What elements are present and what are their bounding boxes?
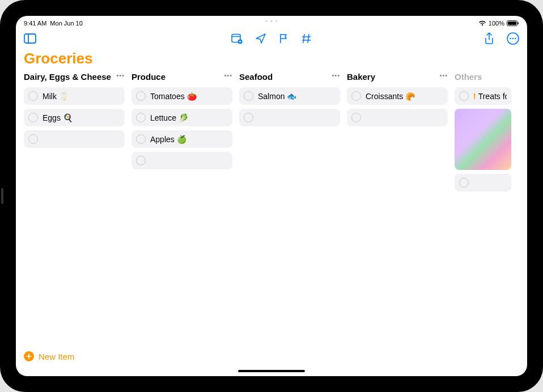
column-title[interactable]: Seafood — [239, 72, 273, 82]
sidebar-toggle-icon[interactable] — [24, 33, 36, 44]
reminder-item-empty[interactable] — [131, 152, 232, 169]
svg-point-10 — [512, 38, 514, 40]
column-title[interactable]: Others — [455, 72, 482, 82]
status-bar: 9:41 AM Mon Jun 10 100% — [16, 16, 527, 28]
radio-icon[interactable] — [351, 113, 361, 122]
radio-icon[interactable] — [136, 91, 146, 101]
reminder-label: Croissants 🥐 — [366, 92, 415, 101]
reminder-item[interactable]: Apples 🍏 — [131, 130, 232, 148]
reminder-label: Lettuce 🥬 — [150, 113, 188, 122]
plus-circle-icon — [24, 351, 34, 361]
reminder-item-empty[interactable] — [24, 130, 125, 148]
battery-icon — [507, 20, 519, 26]
list-title: Groceries — [16, 49, 527, 72]
column-more-icon[interactable]: ••• — [224, 72, 232, 79]
flag-icon[interactable] — [279, 33, 289, 44]
reminder-label: Tomatoes 🍅 — [150, 92, 197, 101]
status-date: Mon Jun 10 — [50, 20, 82, 27]
radio-icon[interactable] — [28, 91, 38, 101]
column-title[interactable]: Dairy, Eggs & Cheese — [24, 72, 111, 82]
reminder-item-empty[interactable] — [347, 109, 448, 126]
svg-point-11 — [515, 38, 516, 40]
column-more-icon[interactable]: ••• — [332, 72, 340, 79]
new-item-label: New Item — [39, 352, 74, 361]
column-title[interactable]: Produce — [131, 72, 166, 82]
reminder-label: Apples 🍏 — [150, 135, 186, 144]
new-item-button[interactable]: New Item — [24, 351, 74, 361]
reminder-item[interactable]: ! Treats for t — [455, 87, 511, 105]
reminder-item[interactable]: Tomatoes 🍅 — [131, 87, 232, 105]
radio-icon[interactable] — [459, 178, 469, 188]
svg-rect-1 — [508, 22, 516, 25]
column-bakery: Bakery ••• Croissants 🥐 — [347, 72, 448, 376]
reminder-item-empty[interactable] — [455, 174, 511, 191]
reminder-image-attachment[interactable] — [455, 109, 511, 170]
radio-icon[interactable] — [244, 113, 253, 122]
radio-icon[interactable] — [28, 134, 38, 144]
radio-icon[interactable] — [136, 113, 146, 122]
location-icon[interactable] — [255, 33, 266, 44]
reminder-item[interactable]: Eggs 🍳 — [24, 109, 125, 126]
image-placeholder — [455, 109, 511, 170]
column-others: Others ••• ! Treats for t — [455, 72, 511, 376]
radio-icon[interactable] — [28, 113, 38, 122]
radio-icon[interactable] — [136, 156, 146, 165]
reminder-item[interactable]: Lettuce 🥬 — [131, 109, 232, 126]
reminder-item[interactable]: Croissants 🥐 — [347, 87, 448, 105]
calendar-add-icon[interactable] — [231, 33, 243, 44]
columns-container: Dairy, Eggs & Cheese ••• Milk 🥛 Eggs 🍳 — [16, 72, 527, 376]
column-title[interactable]: Bakery — [347, 72, 375, 82]
more-icon[interactable] — [507, 32, 519, 45]
status-battery-percent: 100% — [489, 20, 504, 27]
column-more-icon[interactable]: ••• — [439, 72, 448, 79]
radio-icon[interactable] — [351, 91, 361, 101]
radio-icon[interactable] — [244, 91, 253, 101]
priority-indicator: ! — [473, 92, 476, 101]
reminder-label: Treats for t — [478, 92, 507, 101]
svg-rect-3 — [24, 34, 36, 43]
toolbar — [16, 28, 527, 49]
column-more-icon[interactable]: ••• — [116, 72, 125, 79]
reminder-item[interactable]: Milk 🥛 — [24, 87, 125, 105]
column-produce: Produce ••• Tomatoes 🍅 Lettuce 🥬 Apples … — [131, 72, 232, 376]
hashtag-icon[interactable] — [302, 33, 312, 44]
column-seafood: Seafood ••• Salmon 🐟 — [239, 72, 340, 376]
radio-icon[interactable] — [136, 134, 146, 144]
column-dairy: Dairy, Eggs & Cheese ••• Milk 🥛 Eggs 🍳 — [24, 72, 125, 376]
status-time: 9:41 AM — [24, 20, 46, 27]
reminder-label: Eggs 🍳 — [43, 113, 73, 122]
share-icon[interactable] — [484, 32, 494, 45]
home-indicator[interactable] — [238, 370, 305, 372]
wifi-icon — [478, 20, 486, 26]
camera-indicator — [266, 20, 278, 22]
reminder-label: Salmon 🐟 — [258, 92, 296, 101]
svg-rect-2 — [518, 22, 519, 24]
svg-point-9 — [510, 38, 511, 40]
reminder-label: Milk 🥛 — [43, 92, 69, 101]
reminder-item[interactable]: Salmon 🐟 — [239, 87, 340, 105]
reminder-item-empty[interactable] — [239, 109, 340, 126]
radio-icon[interactable] — [459, 91, 469, 101]
